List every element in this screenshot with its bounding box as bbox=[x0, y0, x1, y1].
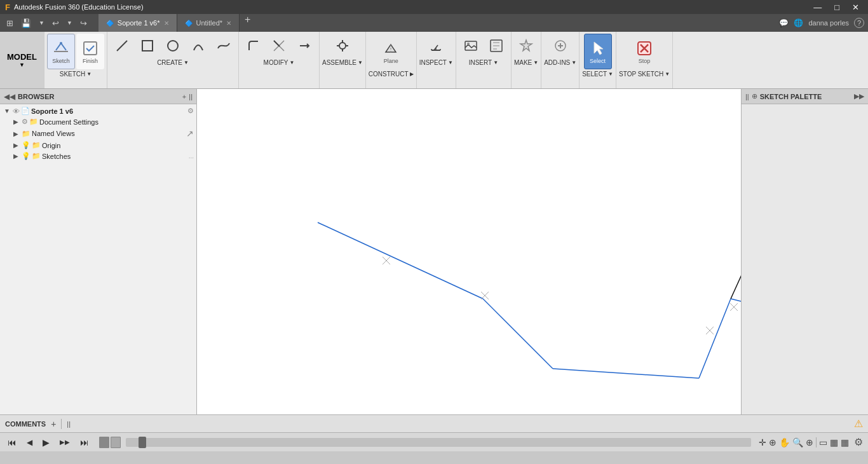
insert-image-tool[interactable] bbox=[459, 34, 483, 58]
tree-item-named-views[interactable]: ▶ 📁 Named Views ↗ bbox=[0, 127, 196, 140]
undo-dropdown-button[interactable]: ▼ bbox=[64, 18, 75, 27]
timeline-prev[interactable]: ◀ bbox=[24, 437, 35, 448]
display-mode-tool[interactable]: ▭ bbox=[819, 437, 827, 447]
maximize-button[interactable]: □ bbox=[831, 3, 843, 12]
zoom-tool[interactable]: 🔍 bbox=[792, 437, 803, 447]
addins-section-label[interactable]: ADD-INS ▼ bbox=[544, 59, 576, 66]
line-tool[interactable] bbox=[110, 34, 134, 58]
assemble-section-label[interactable]: ASSEMBLE ▼ bbox=[322, 59, 363, 66]
timeline-track[interactable] bbox=[126, 438, 751, 447]
create-section-label[interactable]: CREATE ▼ bbox=[157, 59, 189, 66]
transform-tool[interactable]: ✛ bbox=[759, 437, 766, 447]
modify-section-label[interactable]: MODIFY ▼ bbox=[264, 59, 295, 66]
circle-tool[interactable] bbox=[161, 34, 185, 58]
browser-expand-button[interactable]: + bbox=[182, 93, 186, 100]
fit-tool[interactable]: ⊕ bbox=[806, 437, 813, 447]
pan-tool[interactable]: ✋ bbox=[779, 437, 790, 447]
sketch-section-label[interactable]: SKETCH ▼ bbox=[60, 71, 92, 78]
tab-untitled[interactable]: 🔷 Untitled* ✕ bbox=[177, 14, 240, 32]
tab-label-soporte: Soporte 1 v6* bbox=[118, 19, 160, 27]
tree-icon-eye-origin: 💡 bbox=[22, 141, 31, 149]
timeline-playhead[interactable] bbox=[139, 437, 146, 448]
notifications-icon[interactable]: 💬 bbox=[779, 18, 789, 27]
sketch-palette: || ⊕ SKETCH PALETTE ▶▶ bbox=[741, 89, 868, 414]
select-tool[interactable]: Select bbox=[584, 34, 612, 69]
viewport[interactable]: Z Y X TOP || ⊕ SKETCH PALETTE ▶▶ bbox=[197, 89, 868, 414]
addins-tool[interactable] bbox=[548, 34, 573, 58]
joint-tool[interactable] bbox=[330, 34, 355, 58]
finish-sketch-button[interactable]: Finish bbox=[76, 34, 104, 69]
close-button[interactable]: ✕ bbox=[848, 3, 863, 12]
tree-item-sketches[interactable]: ▶ 💡 📁 Sketches ... bbox=[0, 151, 196, 161]
sketch-palette-arrow[interactable]: ▶▶ bbox=[854, 92, 864, 100]
stop-sketch-tool[interactable]: Stop bbox=[630, 34, 658, 69]
comments-panel-toggle[interactable]: || bbox=[67, 420, 71, 428]
timeline-frame[interactable] bbox=[111, 437, 121, 448]
add-comment-button[interactable]: + bbox=[51, 419, 56, 429]
measure-tool[interactable] bbox=[424, 34, 448, 58]
fillet-tool[interactable] bbox=[241, 34, 266, 58]
svg-point-6 bbox=[339, 43, 346, 49]
create-sketch-button[interactable]: Sketch bbox=[47, 34, 75, 69]
tab-label-untitled: Untitled* bbox=[196, 19, 223, 27]
tab-close-soporte[interactable]: ✕ bbox=[164, 20, 169, 27]
username-label: danna porles bbox=[808, 19, 849, 27]
grid-menu-icon[interactable]: ⊞ bbox=[4, 17, 16, 29]
tree-icon-folder-named-views: 📁 bbox=[22, 130, 31, 138]
browser-collapse-button[interactable]: || bbox=[189, 93, 193, 100]
tree-item-doc-settings[interactable]: ▶ ⚙ 📁 Document Settings bbox=[0, 116, 196, 127]
new-tab-button[interactable]: + bbox=[240, 14, 255, 32]
make-tool[interactable] bbox=[514, 34, 538, 58]
tree-item-origin[interactable]: ▶ 💡 📁 Origin bbox=[0, 140, 196, 151]
construct-section-label[interactable]: CONSTRUCT ▶ bbox=[369, 71, 414, 78]
tree-settings-root[interactable]: ⚙ bbox=[187, 107, 194, 115]
trim-tool[interactable] bbox=[267, 34, 291, 58]
viewport-tools: ✛ ⊕ ✋ 🔍 ⊕ ▭ ▦ ▦ bbox=[759, 437, 849, 447]
snap-tool[interactable]: ⊕ bbox=[769, 437, 776, 447]
stop-sketch-section-label[interactable]: STOP SKETCH ▼ bbox=[619, 71, 670, 78]
make-section-label[interactable]: MAKE ▼ bbox=[514, 59, 538, 66]
timeline-go-start[interactable]: ⏮ bbox=[5, 436, 19, 449]
rect-icon bbox=[140, 39, 154, 53]
construct-plane-tool[interactable]: Plane bbox=[377, 34, 405, 69]
save-dropdown-button[interactable]: ▼ bbox=[36, 18, 47, 27]
stop-sketch-label: Stop bbox=[639, 58, 651, 64]
timeline-next[interactable]: ▶▶ bbox=[57, 437, 72, 447]
help-button[interactable]: ? bbox=[854, 18, 864, 28]
user-account-icon[interactable]: 🌐 bbox=[794, 18, 803, 27]
insert-section-label[interactable]: INSERT ▼ bbox=[469, 59, 498, 66]
select-section-label[interactable]: SELECT ▼ bbox=[582, 71, 613, 78]
tool-divider bbox=[816, 437, 817, 447]
svg-rect-4 bbox=[142, 41, 153, 51]
tree-arrow-sketches: ▶ bbox=[11, 153, 20, 160]
timeline-go-end[interactable]: ⏭ bbox=[78, 436, 92, 449]
sketch-palette-collapse-icon[interactable]: || bbox=[745, 93, 749, 100]
undo-button[interactable]: ↩ bbox=[50, 17, 62, 29]
insert-canvas-tool[interactable] bbox=[484, 34, 508, 58]
display-settings-tool[interactable]: ▦ bbox=[841, 437, 849, 447]
svg-line-12 bbox=[318, 222, 483, 299]
tab-soporte[interactable]: 🔷 Soporte 1 v6* ✕ bbox=[98, 14, 177, 32]
tab-close-untitled[interactable]: ✕ bbox=[226, 20, 231, 27]
inspect-section-label[interactable]: INSPECT ▼ bbox=[419, 59, 453, 66]
svg-rect-0 bbox=[54, 51, 68, 52]
grid-display-tool[interactable]: ▦ bbox=[830, 437, 838, 447]
model-dropdown[interactable]: MODEL ▼ bbox=[0, 32, 44, 88]
app-title: Autodesk Fusion 360 (Education License) bbox=[14, 3, 144, 11]
redo-button[interactable]: ↪ bbox=[78, 17, 90, 29]
timeline-play[interactable]: ▶ bbox=[40, 436, 52, 449]
spline-tool[interactable] bbox=[212, 34, 236, 58]
save-button[interactable]: 💾 bbox=[18, 17, 34, 29]
arc-tool[interactable] bbox=[186, 34, 210, 58]
modify-dropdown-arrow: ▼ bbox=[289, 60, 294, 65]
minimize-button[interactable]: — bbox=[810, 3, 825, 12]
timeline-settings-button[interactable]: ⚙ bbox=[854, 436, 863, 448]
tab-icon-untitled: 🔷 bbox=[185, 20, 193, 27]
browser-panel: ◀◀ BROWSER + || ▼ 👁 📄 Soporte 1 v6 ⚙ ▶ ⚙… bbox=[0, 89, 197, 414]
tree-item-root[interactable]: ▼ 👁 📄 Soporte 1 v6 ⚙ bbox=[0, 106, 196, 116]
browser-collapse-icon[interactable]: ◀◀ bbox=[4, 92, 15, 101]
rect-tool[interactable] bbox=[135, 34, 159, 58]
timeline-frame[interactable] bbox=[99, 437, 109, 448]
extend-tool[interactable] bbox=[292, 34, 316, 58]
sketch-palette-expand-icon[interactable]: ⊕ bbox=[752, 92, 757, 100]
